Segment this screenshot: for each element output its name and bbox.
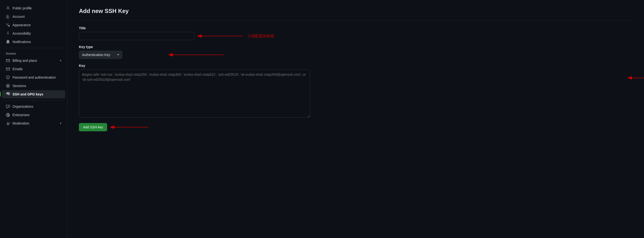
key-form-group: Key 公钥 (79, 64, 632, 118)
sidebar-label: Password and authentication (12, 75, 56, 79)
sidebar-item-password[interactable]: Password and authentication (2, 73, 65, 81)
accessibility-icon (6, 31, 10, 35)
sidebar-label: Sessions (12, 84, 26, 88)
sidebar-item-emails[interactable]: Emails (2, 65, 65, 73)
sidebar-label: Notifications (12, 40, 31, 44)
sidebar-item-account[interactable]: Account (2, 12, 65, 21)
title-input[interactable] (79, 32, 194, 40)
title-form-group: Title 公钥配置的标题 (79, 26, 632, 40)
sidebar-item-enterprises[interactable]: Enterprises (2, 111, 65, 119)
key-type-label: Key type (79, 45, 632, 49)
sidebar-label: Appearance (12, 23, 31, 27)
sidebar-label: Account (12, 15, 25, 18)
divider-2 (4, 100, 63, 100)
title-arrow (199, 32, 248, 40)
creditcard-icon (6, 58, 10, 63)
gear-icon (6, 14, 10, 19)
sidebar-label: Emails (12, 67, 22, 71)
radio-icon (6, 84, 10, 88)
sidebar-item-appearance[interactable]: Appearance (2, 21, 65, 29)
title-label: Title (79, 26, 632, 30)
key-arrow (630, 74, 644, 81)
key-type-select[interactable]: Authentication Key Signing Key (79, 51, 122, 59)
key-type-form-group: Key type Authentication Key Signing Key (79, 45, 632, 59)
key-icon (6, 92, 10, 96)
title-divider (79, 20, 632, 20)
key-label: Key (79, 64, 632, 67)
divider (4, 48, 63, 48)
sidebar-item-moderation[interactable]: Moderation ▾ (2, 119, 65, 127)
globe-icon (6, 113, 10, 117)
sidebar-item-public-profile[interactable]: Public profile (2, 4, 65, 12)
sidebar-item-ssh-gpg[interactable]: SSH and GPG keys (2, 90, 65, 98)
bell-icon (6, 40, 10, 44)
sidebar-label: SSH and GPG keys (12, 92, 43, 96)
mail-icon (6, 67, 10, 71)
sidebar-item-billing[interactable]: Billing and plans ▾ (2, 56, 65, 65)
chevron-down-icon-2: ▾ (60, 122, 61, 125)
submit-area: Add SSH key (79, 123, 632, 131)
sidebar-label: Organizations (12, 105, 33, 108)
sidebar: Public profile Account Appearance Access… (0, 0, 68, 238)
sidebar-item-organizations[interactable]: Organizations (2, 102, 65, 111)
title-annotation: 公钥配置的标题 (248, 34, 274, 39)
sidebar-label: Billing and plans (12, 59, 37, 62)
key-type-arrow (170, 51, 223, 58)
table-icon (6, 104, 10, 109)
key-textarea[interactable] (79, 69, 310, 118)
sidebar-item-sessions[interactable]: Sessions (2, 82, 65, 90)
main-content: Add new SSH Key Title 公钥配置的标题 Key (68, 0, 644, 238)
submit-arrow (112, 124, 150, 131)
sidebar-label: Public profile (12, 6, 32, 10)
sidebar-label: Moderation (12, 121, 29, 125)
sidebar-label: Accessibility (12, 31, 31, 35)
add-ssh-key-button[interactable]: Add SSH key (79, 123, 107, 131)
page-title: Add new SSH Key (79, 8, 632, 14)
shield-icon (6, 75, 10, 80)
paintbrush-icon (6, 23, 10, 27)
sidebar-item-notifications[interactable]: Notifications (2, 38, 65, 46)
chevron-down-icon: ▾ (60, 59, 61, 62)
access-section-label: Access (0, 50, 67, 56)
key-annotation-container: 公钥 (630, 74, 644, 81)
person-icon (6, 6, 10, 10)
sidebar-item-accessibility[interactable]: Accessibility (2, 29, 65, 37)
sidebar-label: Enterprises (12, 113, 30, 117)
layout-icon (6, 121, 10, 125)
